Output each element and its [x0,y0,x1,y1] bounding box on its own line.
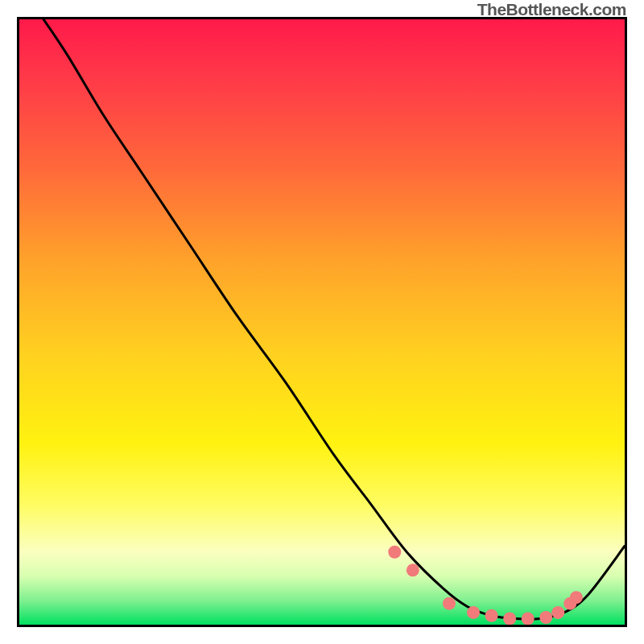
svg-point-0 [388,546,401,559]
svg-point-7 [539,611,552,624]
chart-container: TheBottleneck.com [0,0,644,644]
svg-point-6 [522,612,535,625]
svg-point-5 [503,612,516,625]
chart-svg [19,19,625,625]
svg-point-8 [551,606,564,619]
svg-point-4 [485,609,498,622]
svg-point-10 [570,591,583,604]
svg-point-3 [467,606,480,619]
svg-point-1 [407,564,419,576]
bottleneck-curve [43,19,625,619]
plot-area [17,17,627,627]
svg-point-2 [443,597,456,610]
